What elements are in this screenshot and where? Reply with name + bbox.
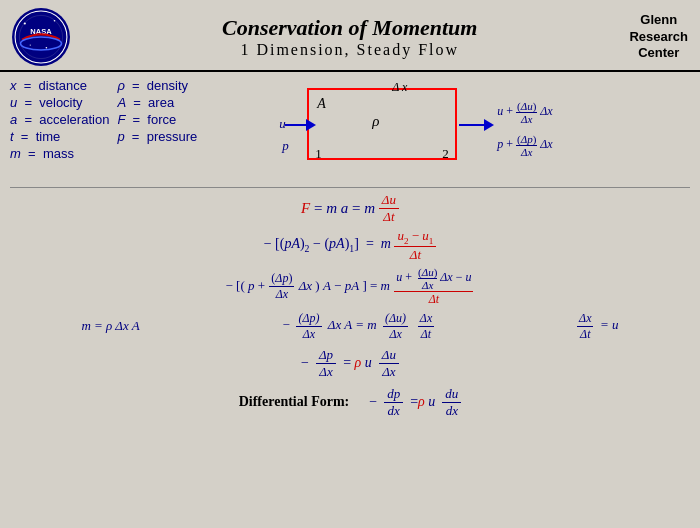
p-right-formula: p + (Δp) Δx Δx	[497, 133, 552, 158]
variables-col2: ρ = density A = area F = force p = press…	[117, 78, 197, 144]
u-right-formula: u + (Δu) Δx Δx	[497, 100, 552, 125]
eq5: − Δp Δx = ρ u Δu Δx	[0, 347, 700, 380]
arrow-out-line	[459, 124, 487, 126]
eq4: m = ρ Δx A − (Δp) Δx Δx A = m (Δu) Δx Δx…	[0, 311, 700, 342]
differential-form: Differential Form: − dp dx =ρ u du dx	[0, 386, 700, 419]
svg-point-4	[46, 47, 48, 49]
rho-label: ρ	[372, 113, 379, 130]
var-a: a = acceleration	[10, 112, 109, 127]
node-2-label: 2	[442, 146, 449, 162]
var-u: u = velocity	[10, 95, 109, 110]
var-rho: ρ = density	[117, 78, 197, 93]
delta-x-top: Δ x	[392, 80, 407, 95]
svg-point-5	[30, 45, 31, 46]
sub-title: 1 Dimension, Steady Flow	[70, 41, 629, 59]
var-F: F = force	[117, 112, 197, 127]
A-label: A	[317, 96, 326, 112]
variables-col1: x = distance u = velocity a = accelerati…	[10, 78, 109, 161]
var-A: A = area	[117, 95, 197, 110]
var-x: x = distance	[10, 78, 109, 93]
page: NASA Conservation of Momentum 1 Dimensio…	[0, 0, 700, 528]
org-name: GlennResearchCenter	[629, 12, 688, 63]
arrow-in-head	[306, 119, 316, 131]
var-p: p = pressure	[117, 129, 197, 144]
header: NASA Conservation of Momentum 1 Dimensio…	[0, 0, 700, 72]
eq2: − [(pA)2 − (pA)1] = m u2 − u1 Δt	[0, 228, 700, 263]
main-title: Conservation of Momentum	[70, 15, 629, 41]
divider-1	[10, 187, 690, 188]
p-label-left: p	[282, 138, 289, 154]
var-m: m = mass	[10, 146, 109, 161]
control-volume-box	[307, 88, 457, 160]
node-1-label: 1	[315, 146, 322, 162]
var-t: t = time	[10, 129, 109, 144]
eq1: F = m a = m Δu Δt	[0, 192, 700, 225]
diagram: u A ρ 1 2 p Δ x u + (Δu)	[227, 78, 557, 183]
eq3: − [( p + (Δp) Δx Δx ) A − pA ] = m u + (…	[0, 266, 700, 307]
header-title: Conservation of Momentum 1 Dimension, St…	[70, 15, 629, 59]
nasa-logo: NASA	[12, 8, 70, 66]
arrow-out-head	[484, 119, 494, 131]
